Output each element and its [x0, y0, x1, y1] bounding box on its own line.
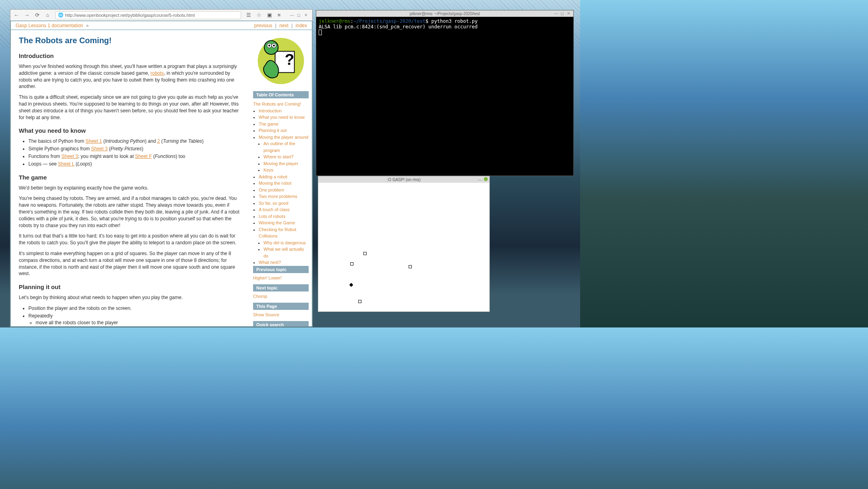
link-sheetl[interactable]: Sheet L [58, 161, 74, 167]
toc-item[interactable]: What next? [259, 259, 309, 266]
intro-para-2: This is quite a difficult sheet, especia… [19, 94, 242, 121]
maximize-icon[interactable]: ◻ [561, 11, 565, 16]
toc-item[interactable]: What you need to know [259, 114, 309, 121]
search-heading: Quick search [253, 321, 309, 327]
toc-item[interactable]: One problem [259, 187, 309, 194]
back-icon[interactable]: ← [14, 12, 19, 18]
robot-square [358, 300, 361, 303]
close-icon[interactable]: ✕ [304, 13, 309, 18]
svg-point-2 [264, 40, 278, 54]
plan-list: Position the player and the robots on th… [28, 305, 242, 326]
url-text: http://www.openbookproject.net/pybiblio/… [65, 13, 195, 18]
prev-topic-link[interactable]: Higher! Lower! [253, 275, 309, 280]
home-icon[interactable]: ⌂ [45, 12, 50, 18]
toc-item[interactable]: Where to start? [263, 154, 309, 160]
reload-icon[interactable]: ⟳ [34, 12, 40, 18]
breadcrumb-link[interactable]: Gasp Lessons 1 documentation [16, 23, 83, 28]
toolbar-right: ▣ ≡ [267, 12, 282, 18]
maximize-icon[interactable]: ◻ [297, 13, 302, 18]
close-icon[interactable] [484, 177, 488, 181]
nav-previous[interactable]: previous [254, 23, 272, 28]
gasp-canvas[interactable] [318, 183, 489, 311]
terminal-titlebar[interactable]: jelkner@rms: ~/Projects/gasp-2020/test —… [316, 10, 573, 17]
minimize-icon[interactable]: — [554, 11, 559, 16]
terminal-window: jelkner@rms: ~/Projects/gasp-2020/test —… [316, 10, 574, 176]
gasp-title: :O GASP! (on rms) [387, 178, 421, 182]
nav-index[interactable]: index [295, 23, 307, 28]
show-source-link[interactable]: Show Source [253, 312, 309, 317]
link-sheetf[interactable]: Sheet F [135, 154, 152, 159]
toc-item[interactable]: Adding a robot [259, 174, 309, 180]
heading-plan: Planning it out [19, 283, 242, 291]
close-icon[interactable]: ✕ [567, 11, 572, 16]
link-sheet3a[interactable]: Sheet 3 [91, 146, 108, 152]
prompt-path: ~/Projects/gasp-2020/test [353, 18, 426, 24]
toc-item[interactable]: Moving the player [263, 160, 309, 167]
toc-item[interactable]: The game [259, 121, 309, 128]
toc-item[interactable]: Why del is dangerous [263, 240, 309, 246]
toc-item[interactable]: Moving the player around [259, 134, 309, 141]
heading-intro: Introduction [19, 52, 242, 60]
globe-icon: 🌐 [58, 12, 64, 18]
terminal-content[interactable]: jelkner@rms:~/Projects/gasp-2020/test$ p… [316, 17, 573, 176]
page-title: The Robots are Coming! [19, 35, 242, 46]
doc-main: The Robots are Coming! Introduction When… [11, 30, 250, 326]
reader-icon[interactable]: ☰ [246, 12, 251, 18]
toc-item[interactable]: An outline of the program [263, 140, 309, 154]
link-sheet3b[interactable]: Sheet 3 [62, 154, 78, 159]
menu-icon[interactable]: ≡ [276, 12, 282, 18]
forward-icon[interactable]: → [24, 12, 30, 18]
game-para-1: We'd better begin by explaining exactly … [19, 185, 242, 192]
toc-root[interactable]: The Robots are Coming! [253, 101, 309, 108]
toc-heading: Table Of Contents [253, 91, 309, 98]
star-icon[interactable]: ☆ [256, 12, 262, 18]
svg-point-5 [268, 45, 270, 47]
gasp-window: :O GASP! (on rms) — [318, 176, 490, 312]
link-sheet1[interactable]: Sheet 1 [86, 138, 102, 144]
logo-snake-icon: ? [254, 34, 308, 88]
browser-window: ← → ⟳ ⌂ 🌐 http://www.openbookproject.net… [10, 9, 313, 327]
breadcrumb-sep: » [86, 23, 89, 28]
minimize-icon[interactable]: — [478, 177, 482, 182]
gasp-titlebar[interactable]: :O GASP! (on rms) — [318, 176, 489, 183]
game-para-2: You're being chased by robots. They are … [19, 195, 242, 229]
robot-square [350, 262, 353, 265]
prompt-user: jelkner@rms [319, 18, 350, 24]
nav-next[interactable]: next [279, 23, 289, 28]
toc-item[interactable]: Checking for Robot Collisions [259, 226, 309, 240]
download-icon[interactable]: ▣ [267, 12, 272, 18]
browser-toolbar: ← → ⟳ ⌂ 🌐 http://www.openbookproject.net… [10, 10, 312, 21]
cursor-icon [319, 30, 322, 35]
thispage-heading: This Page [253, 303, 309, 310]
toc-item[interactable]: So far, so good [259, 200, 309, 207]
toc-item[interactable]: A touch of class [259, 206, 309, 213]
toc-item[interactable]: Keys [263, 167, 309, 174]
doc-body: The Robots are Coming! Introduction When… [11, 30, 312, 326]
doc-sidebar: ? Table Of Contents The Robots are Comin… [250, 30, 312, 326]
toc-item[interactable]: Planning it out [259, 127, 309, 134]
toc-item[interactable]: Moving the robot [259, 180, 309, 187]
toc-item[interactable]: Introduction [259, 108, 309, 114]
need-list: The basics of Python from Sheet 1 (Intro… [28, 138, 242, 167]
terminal-command: python3 robot.py [431, 18, 478, 24]
heading-need: What you need to know [19, 126, 242, 135]
toc-item[interactable]: Lots of robots [259, 213, 309, 220]
next-topic-link[interactable]: Chomp [253, 294, 309, 299]
plan-para-1: Let's begin by thinking about what needs… [19, 294, 242, 301]
prev-topic-heading: Previous topic [253, 266, 309, 273]
minimize-icon[interactable]: — [290, 13, 295, 18]
terminal-output: ALSA lib pcm.c:8424:(snd_pcm_recover) un… [319, 24, 571, 30]
svg-point-6 [273, 45, 275, 47]
toc-item[interactable]: Winning the Game [259, 220, 309, 226]
address-bar[interactable]: 🌐 http://www.openbookproject.net/pybibli… [55, 11, 241, 19]
toc-item[interactable]: Two more problems [259, 193, 309, 200]
toc: The Robots are Coming! Introduction What… [253, 101, 309, 266]
game-para-3: It turns out that that's a little too ha… [19, 233, 242, 246]
heading-game: The game [19, 173, 242, 182]
doc-page: Gasp Lessons 1 documentation » previous … [10, 21, 312, 327]
toc-item[interactable]: What we will actually do [263, 246, 309, 259]
link-robots[interactable]: robots [151, 70, 164, 76]
link-sheet2[interactable]: 2 [157, 138, 160, 144]
next-topic-heading: Next topic [253, 284, 309, 291]
doc-breadcrumb-bar: Gasp Lessons 1 documentation » previous … [11, 21, 312, 30]
